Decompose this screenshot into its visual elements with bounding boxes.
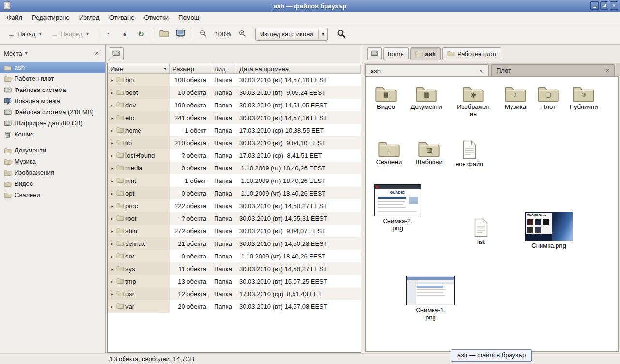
sidebar-item-Кошче[interactable]: Кошче [0, 129, 105, 140]
combo-spinner-icon[interactable]: ▲▼ [318, 30, 325, 39]
table-row-selinux[interactable]: ▸selinux21 обектаПапка30.03.2010 (вт) 14… [108, 237, 361, 250]
expander-icon[interactable]: ▸ [109, 191, 115, 196]
computer-button[interactable] [173, 27, 188, 42]
tab-close-icon[interactable]: × [604, 67, 611, 74]
sidebar-item-Файлова система[interactable]: Файлова система [0, 84, 105, 95]
column-header-Дата на промяна[interactable]: Дата на промяна [236, 63, 361, 73]
sidebar-item-Файлова система (210 MB)[interactable]: Файлова система (210 MB) [0, 106, 105, 118]
expander-icon[interactable]: ▸ [109, 140, 115, 146]
pathbar-button-home[interactable]: home [383, 47, 409, 60]
table-row-proc[interactable]: ▸proc222 обектаПапка30.03.2010 (вт) 14,5… [108, 199, 361, 212]
table-row-dev[interactable]: ▸dev190 обектаПапка30.03.2010 (вт) 14,51… [108, 99, 361, 111]
table-row-lib[interactable]: ▸lib210 обектаПапка30.03.2010 (вт) 9,04,… [108, 136, 361, 149]
expander-icon[interactable]: ▸ [109, 228, 115, 234]
zoom-out-button[interactable] [196, 27, 211, 42]
file-item-Документи[interactable]: ▤Документи [406, 84, 447, 110]
close-button[interactable]: × [610, 1, 618, 10]
expander-icon[interactable]: ▸ [109, 304, 115, 309]
menu-item-1[interactable]: Файл [2, 12, 27, 23]
pathbar-button-ash[interactable]: ash [410, 47, 441, 60]
table-row-srv[interactable]: ▸srv0 обектаПапка 1.10.2009 (чт) 18,40,2… [108, 250, 361, 262]
column-header-Вид[interactable]: Вид [211, 63, 236, 73]
file-item-Снимка-2.png[interactable]: GUADECСнимка-2. png [371, 184, 424, 232]
sidebar-item-Локална мрежа[interactable]: Локална мрежа [0, 95, 105, 106]
table-row-media[interactable]: ▸media0 обектаПапка 1.10.2009 (чт) 18,40… [108, 162, 361, 174]
menu-item-3[interactable]: Изглед [75, 12, 105, 23]
tab-close-icon[interactable]: × [478, 67, 485, 75]
sidebar-item-Изображения[interactable]: Изображения [0, 167, 105, 178]
menu-item-6[interactable]: Помощ [173, 12, 204, 23]
sidebar-title[interactable]: Места [4, 50, 22, 57]
minimize-button[interactable] [590, 1, 599, 10]
expander-icon[interactable]: ▸ [109, 291, 115, 297]
table-row-home[interactable]: ▸home1 обектПапка17.03.2010 (ср) 10,38,5… [108, 124, 361, 136]
expander-icon[interactable]: ▸ [109, 266, 115, 272]
expander-icon[interactable]: ▸ [109, 241, 115, 246]
expander-icon[interactable]: ▸ [109, 254, 115, 259]
tab-ash[interactable]: ash× [365, 64, 489, 76]
sidebar-item-Свалени[interactable]: Свалени [0, 189, 105, 200]
sidebar-item-Документи[interactable]: Документи [0, 145, 105, 156]
column-header-Име[interactable]: Име▾ [108, 63, 170, 73]
menu-item-5[interactable]: Отметки [139, 12, 173, 23]
file-item-Публични[interactable]: ☺Публични [563, 84, 604, 110]
file-item-новфайл[interactable]: нов файл [449, 140, 490, 167]
table-row-mnt[interactable]: ▸mnt1 обектПапка 1.10.2009 (чт) 18,40,26… [108, 174, 361, 187]
expander-icon[interactable]: ▸ [109, 90, 115, 95]
maximize-button[interactable] [600, 1, 608, 10]
forward-button[interactable]: → Напред ▼ [47, 27, 93, 41]
table-row-root[interactable]: ▸root? обектаПапка30.03.2010 (вт) 14,55,… [108, 212, 361, 225]
home-button[interactable] [156, 27, 172, 42]
table-row-sbin[interactable]: ▸sbin272 обектаПапка30.03.2010 (вт) 9,04… [108, 225, 361, 237]
file-item-Снимка.png[interactable]: GNOME StoreСнимка.png [522, 212, 575, 249]
stop-button[interactable]: ● [117, 28, 133, 41]
table-row-usr[interactable]: ▸usr12 обектаПапка17.03.2010 (ср) 8,51,4… [108, 288, 361, 300]
file-item-Плот[interactable]: ▢Плот [528, 84, 569, 110]
table-row-sys[interactable]: ▸sys11 обектаПапка30.03.2010 (вт) 14,50,… [108, 262, 361, 275]
table-row-opt[interactable]: ▸opt0 обектаПапка 1.10.2009 (чт) 18,40,2… [108, 187, 361, 199]
back-button[interactable]: ← Назад ▼ [4, 27, 46, 41]
up-button[interactable]: ↑ [101, 27, 116, 41]
expander-icon[interactable]: ▸ [109, 279, 115, 284]
file-item-Шаблони[interactable]: ▥Шаблони [409, 139, 450, 166]
back-dropdown-icon[interactable]: ▼ [38, 32, 42, 36]
sidebar-item-Музика[interactable]: Музика [0, 156, 105, 167]
table-row-bin[interactable]: ▸bin108 обектаПапка30.03.2010 (вт) 14,57… [108, 74, 361, 86]
table-row-var[interactable]: ▸var20 обектаПапка30.03.2010 (вт) 14,57,… [108, 300, 361, 313]
tab-Плот[interactable]: Плот× [491, 64, 615, 76]
expander-icon[interactable]: ▸ [109, 203, 115, 209]
expander-icon[interactable]: ▸ [109, 115, 115, 121]
expander-icon[interactable]: ▸ [109, 178, 115, 183]
pathbar-root-button[interactable] [367, 47, 382, 60]
zoom-in-button[interactable] [235, 27, 250, 42]
sidebar-item-Видео[interactable]: Видео [0, 178, 105, 189]
file-item-list[interactable]: list [461, 218, 501, 245]
menu-item-4[interactable]: Отиване [105, 12, 140, 23]
reload-button[interactable]: ↻ [134, 27, 149, 42]
table-row-boot[interactable]: ▸boot10 обектаПапка30.03.2010 (вт) 9,05,… [108, 86, 361, 99]
expander-icon[interactable]: ▸ [109, 216, 115, 221]
expander-icon[interactable]: ▸ [109, 103, 115, 108]
sidebar-item-Шифриран дял (80 GB)[interactable]: Шифриран дял (80 GB) [0, 118, 105, 129]
table-row-lost+found[interactable]: ▸lost+found? обектаПапка17.03.2010 (ср) … [108, 149, 361, 162]
view-mode-combo[interactable]: Изглед като икони ▲▼ [255, 28, 328, 41]
file-item-Свалени[interactable]: ↓Свалени [369, 139, 409, 166]
pathbar-button-Работен плот[interactable]: Работен плот [442, 47, 501, 60]
expander-icon[interactable]: ▸ [109, 77, 115, 83]
expander-icon[interactable]: ▸ [109, 128, 115, 133]
table-row-tmp[interactable]: ▸tmp13 обектаПапка30.03.2010 (вт) 15,07,… [108, 275, 361, 288]
pathbar-root-button[interactable] [109, 47, 124, 60]
search-button[interactable] [334, 26, 349, 43]
sidebar-combo-icon[interactable]: ▼ [24, 51, 29, 56]
table-row-etc[interactable]: ▸etc241 обектаПапка30.03.2010 (вт) 14,57… [108, 111, 361, 124]
sidebar-item-Работен плот[interactable]: Работен плот [0, 73, 105, 84]
file-item-Видео[interactable]: ▦Видео [366, 84, 406, 110]
expander-icon[interactable]: ▸ [109, 153, 115, 158]
file-item-Изображения[interactable]: ◉Изображен ия [453, 84, 494, 118]
sidebar-close-button[interactable]: × [93, 49, 101, 57]
sidebar-item-ash[interactable]: ash [0, 62, 105, 73]
column-header-Размер[interactable]: Размер [170, 63, 211, 73]
expander-icon[interactable]: ▸ [109, 166, 115, 171]
menu-item-2[interactable]: Редактиране [27, 12, 75, 23]
file-item-Снимка-1.png[interactable]: Снимка-1. png [404, 276, 457, 321]
